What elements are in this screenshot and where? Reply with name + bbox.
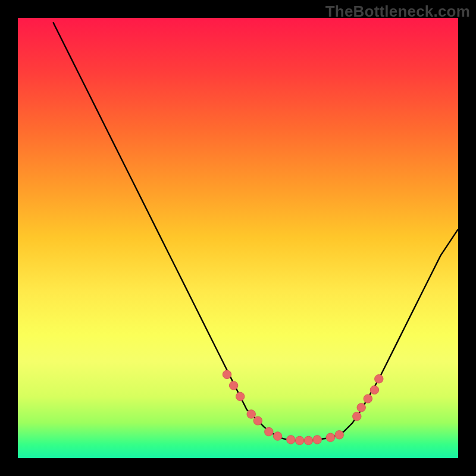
curve-dot xyxy=(253,416,262,425)
chart-container: TheBottleneck.com xyxy=(0,0,476,476)
bottleneck-curve xyxy=(18,18,458,458)
curve-dot xyxy=(370,386,378,394)
curve-dot xyxy=(364,394,372,403)
curve-dot xyxy=(229,381,237,390)
curve-dot xyxy=(353,412,361,421)
curve-dot xyxy=(236,392,245,400)
curve-dot xyxy=(375,375,383,383)
curve-dot xyxy=(273,432,281,440)
curve-dot xyxy=(357,403,365,412)
curve-dots xyxy=(223,370,383,444)
curve-dot xyxy=(223,370,231,378)
curve-dot xyxy=(295,436,303,444)
curve-dot xyxy=(304,436,312,444)
curve-dot xyxy=(313,436,321,444)
plot-area xyxy=(18,18,458,458)
curve-dot xyxy=(247,410,255,418)
curve-dot xyxy=(326,433,334,441)
curve-path xyxy=(53,22,458,440)
curve-dot xyxy=(287,436,295,444)
curve-dot xyxy=(265,427,273,436)
curve-dot xyxy=(335,431,343,439)
